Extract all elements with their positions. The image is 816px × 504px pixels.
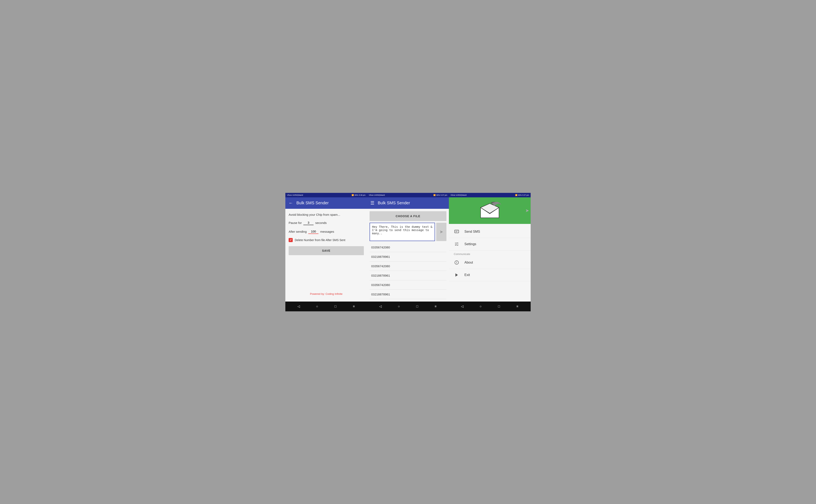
- status-right-1: 📶 89% 5:38 pm: [351, 194, 365, 196]
- nav-home-3[interactable]: ○: [477, 302, 485, 311]
- list-item: 03356742080: [369, 243, 447, 252]
- powered-by-text: Powered by:: [310, 292, 324, 295]
- nav-recent-2[interactable]: □: [413, 302, 421, 311]
- app-logo: [478, 200, 502, 221]
- battery-1: 89%: [354, 194, 358, 196]
- settings-icon: [454, 241, 460, 247]
- after-sending-row: After sending messages: [289, 229, 364, 234]
- send-icon: ➤: [440, 229, 443, 235]
- list-item: 03218878961: [369, 252, 447, 261]
- powered-by: Powered by: Coding Infinite: [289, 292, 364, 297]
- bottom-nav-3: ◁ ○ □ ≡: [449, 302, 531, 311]
- nav-back-2[interactable]: ◁: [376, 302, 384, 311]
- message-row: ➤: [369, 223, 447, 241]
- list-item: 03356742080: [369, 261, 447, 271]
- coding-infinite-link[interactable]: Coding Infinite: [325, 292, 342, 295]
- app-title-1: Bulk SMS Sender: [296, 201, 329, 205]
- status-right-2: 📶 90% 5:37 pm: [434, 194, 447, 196]
- status-left-2: Vfone VARID|Warid: [369, 194, 385, 196]
- settings-label: Settings: [465, 242, 476, 246]
- signal-1: 📶: [351, 194, 354, 196]
- exit-label: Exit: [465, 273, 470, 277]
- pause-input[interactable]: [303, 220, 313, 225]
- logo-svg: [479, 201, 501, 220]
- list-item: 03356742080: [369, 280, 447, 290]
- time-3: 5:37 pm: [522, 194, 529, 196]
- carrier-3: Vfone VARID|Warid: [451, 194, 467, 196]
- screen1-settings: Vfone VARID|Warid 📶 89% 5:38 pm ← Bulk S…: [285, 193, 367, 311]
- pause-suffix: seconds: [315, 221, 327, 225]
- status-bar-3: Vfone VARID|Warid 📶 90% 5:37 pm: [449, 193, 531, 197]
- svg-point-13: [457, 261, 457, 262]
- list-item: 03218878961: [369, 271, 447, 280]
- drawer-header: ➤: [449, 197, 531, 224]
- delete-checkbox-label: Delete Number from file After SMS Sent: [295, 238, 345, 242]
- app-bar-1: ← Bulk SMS Sender: [285, 197, 367, 209]
- carrier-2: Vfone VARID|Warid: [369, 194, 385, 196]
- screen2-sms: Vfone VARID|Warid 📶 90% 5:37 pm ☰ Bulk S…: [367, 193, 449, 311]
- time-1: 5:38 pm: [359, 194, 365, 196]
- pause-label: Pause for: [289, 221, 302, 225]
- after-sending-label: After sending: [289, 230, 306, 233]
- save-button[interactable]: SAVE: [289, 246, 364, 255]
- carrier-1: Vfone VARID|Warid: [287, 194, 303, 196]
- pause-row: Pause for seconds: [289, 220, 364, 225]
- send-sms-label: Send SMS: [465, 230, 480, 234]
- nav-back-3[interactable]: ◁: [458, 302, 466, 311]
- status-left-1: Vfone VARID|Warid: [287, 194, 303, 196]
- bottom-nav-2: ◁ ○ □ ≡: [367, 302, 449, 311]
- signal-2: 📶: [434, 194, 436, 196]
- nav-recent-3[interactable]: □: [495, 302, 503, 311]
- nav-home-1[interactable]: ○: [313, 302, 321, 311]
- back-button-1[interactable]: ←: [289, 200, 293, 206]
- choose-file-button[interactable]: CHOOSE A FILE: [369, 211, 447, 221]
- nav-menu-2[interactable]: ≡: [432, 302, 440, 311]
- svg-rect-2: [455, 230, 459, 233]
- svg-marker-14: [456, 273, 458, 277]
- partial-send-arrow: ➤: [524, 206, 531, 215]
- menu-item-about[interactable]: About: [449, 256, 531, 269]
- info-icon: [454, 260, 460, 265]
- about-label: About: [465, 261, 473, 264]
- nav-recent-1[interactable]: □: [331, 302, 339, 311]
- status-right-3: 📶 90% 5:37 pm: [515, 194, 529, 196]
- after-sending-input[interactable]: [308, 229, 318, 234]
- menu-item-send-sms[interactable]: Send SMS: [449, 226, 531, 238]
- nav-menu-3[interactable]: ≡: [513, 302, 522, 311]
- sms-content: CHOOSE A FILE ➤ 03356742080 03218878961 …: [367, 209, 449, 302]
- after-sending-suffix: messages: [320, 230, 334, 233]
- menu-item-exit[interactable]: Exit: [449, 269, 531, 281]
- phone-list: 03356742080 03218878961 03356742080 0321…: [369, 243, 447, 299]
- app-title-2: Bulk SMS Sender: [378, 201, 410, 205]
- delete-number-row[interactable]: Delete Number from file After SMS Sent: [289, 238, 364, 242]
- spam-warning: Avoid blocking your Chip from spam...: [289, 213, 364, 216]
- battery-3: 90%: [518, 194, 522, 196]
- screen3-drawer: Vfone VARID|Warid 📶 90% 5:37 pm: [449, 193, 531, 311]
- status-bar-2: Vfone VARID|Warid 📶 90% 5:37 pm: [367, 193, 449, 197]
- nav-home-2[interactable]: ○: [395, 302, 403, 311]
- signal-3: 📶: [515, 194, 517, 196]
- battery-2: 90%: [436, 194, 440, 196]
- drawer-content: Send SMS Settings Communicate: [449, 224, 531, 302]
- communicate-section: Communicate: [449, 250, 531, 256]
- bottom-nav-1: ◁ ○ □ ≡: [285, 302, 367, 311]
- status-bar-1: Vfone VARID|Warid 📶 89% 5:38 pm: [285, 193, 367, 197]
- nav-back-1[interactable]: ◁: [294, 302, 303, 311]
- nav-menu-1[interactable]: ≡: [350, 302, 358, 311]
- hamburger-menu-icon[interactable]: ☰: [370, 200, 374, 206]
- time-2: 5:37 pm: [441, 194, 447, 196]
- status-left-3: Vfone VARID|Warid: [451, 194, 467, 196]
- app-bar-2: ☰ Bulk SMS Sender: [367, 197, 449, 209]
- list-item: 03218878961: [369, 290, 447, 299]
- message-textarea[interactable]: [369, 223, 435, 241]
- send-button[interactable]: ➤: [436, 223, 447, 241]
- delete-checkbox[interactable]: [289, 238, 293, 242]
- sms-icon: [454, 229, 460, 235]
- settings-content: Avoid blocking your Chip from spam... Pa…: [285, 209, 367, 302]
- menu-item-settings[interactable]: Settings: [449, 238, 531, 250]
- exit-icon: [454, 272, 460, 278]
